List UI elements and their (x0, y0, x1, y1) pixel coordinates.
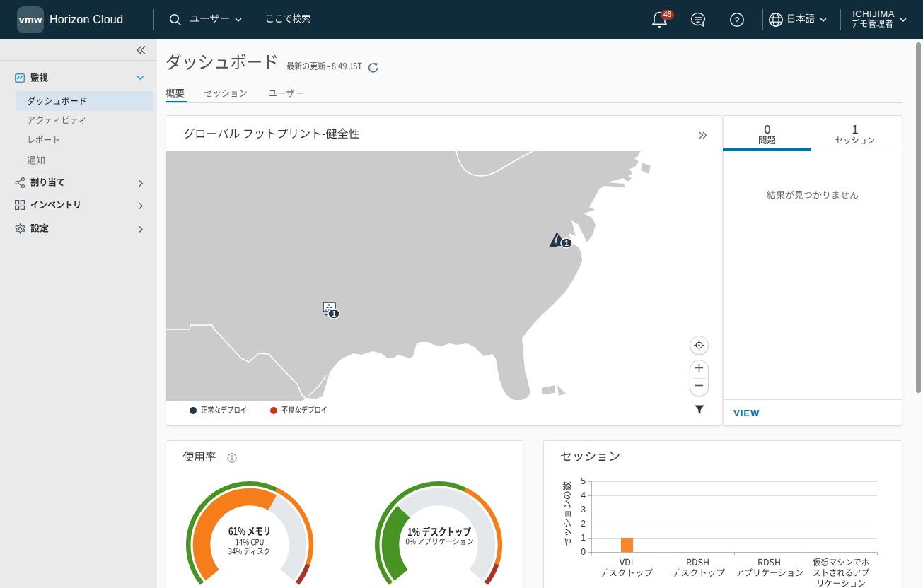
svg-text:?: ? (735, 16, 740, 25)
svg-text:1: 1 (564, 240, 569, 247)
svg-text:1: 1 (332, 310, 336, 318)
